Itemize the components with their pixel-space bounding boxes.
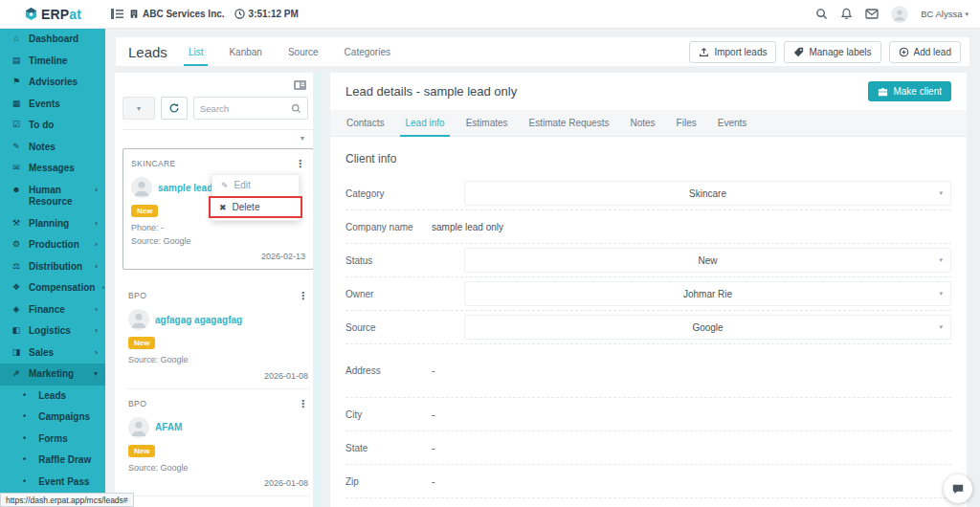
field-label: Company name bbox=[345, 222, 430, 232]
field-row-country: Country bbox=[345, 498, 951, 507]
tab-categories[interactable]: Categories bbox=[345, 37, 390, 66]
dashboard-icon: ⌂ bbox=[11, 33, 22, 44]
sidebar-item-advisories[interactable]: ⚑Advisories bbox=[0, 72, 105, 94]
user-avatar[interactable] bbox=[891, 6, 908, 23]
sidebar-item-notes[interactable]: ✎Notes bbox=[0, 137, 105, 159]
sidebar-item-human-resource[interactable]: ☻Human Resource› bbox=[0, 180, 105, 213]
context-menu-delete[interactable]: ✖ Delete bbox=[209, 196, 302, 218]
make-client-button[interactable]: Make client bbox=[868, 81, 951, 101]
sidebar-item-logistics[interactable]: ◧Logistics› bbox=[0, 320, 105, 342]
sidebar: ⌂Dashboard ▤Timeline ⚑Advisories ▦Events… bbox=[0, 29, 105, 507]
sidebar-item-campaigns[interactable]: Campaigns bbox=[0, 407, 105, 429]
field-label: Category bbox=[345, 188, 430, 199]
state-value[interactable]: - bbox=[430, 443, 434, 453]
lead-date: 2026-01-08 bbox=[128, 371, 308, 381]
events-icon: ▦ bbox=[11, 99, 22, 109]
lead-card-sample-lead-only[interactable]: SKINCARE ⋮ sample lead only New Phone: -… bbox=[122, 148, 314, 270]
planning-icon: ⚒ bbox=[11, 218, 22, 229]
lead-card-afam[interactable]: BPO ⋮ AFAM New Source: Google 2026-01-08 bbox=[126, 389, 310, 497]
tab-lead-info[interactable]: Lead info bbox=[394, 110, 455, 136]
company-name-value[interactable]: sample lead only bbox=[430, 222, 503, 232]
tab-files[interactable]: Files bbox=[666, 110, 707, 136]
details-title: Lead details - sample lead only bbox=[345, 84, 517, 99]
zip-value[interactable]: - bbox=[430, 476, 434, 487]
context-menu: ✎ Edit ✖ Delete bbox=[212, 174, 300, 221]
status-badge: New bbox=[128, 337, 155, 349]
sidebar-item-compensation[interactable]: ❖Compensation› bbox=[0, 277, 105, 299]
app-logo[interactable]: ERPat bbox=[0, 7, 105, 22]
manage-labels-button[interactable]: Manage labels bbox=[784, 41, 880, 63]
field-row-company-name: Company name sample lead only bbox=[345, 210, 951, 244]
marketing-submenu: Leads Campaigns Forms Raffle Draw Event … bbox=[0, 386, 105, 494]
chevron-right-icon: › bbox=[95, 261, 98, 272]
sidebar-item-marketing[interactable]: ⇗Marketing▾ bbox=[0, 364, 105, 386]
sidebar-item-todo[interactable]: ☑To do bbox=[0, 115, 105, 137]
lead-card-test-1[interactable]: ⋮ Test 1 bbox=[126, 496, 310, 507]
city-value[interactable]: - bbox=[430, 409, 434, 420]
sidebar-item-planning[interactable]: ⚒Planning› bbox=[0, 213, 105, 235]
source-select[interactable]: Google▾ bbox=[464, 315, 951, 340]
lead-name-link[interactable]: agfagag agagagfag bbox=[155, 315, 242, 325]
search-input[interactable] bbox=[200, 103, 291, 114]
tab-contacts[interactable]: Contacts bbox=[336, 110, 394, 136]
bell-icon[interactable] bbox=[840, 8, 853, 20]
search-icon[interactable] bbox=[815, 8, 828, 20]
sidebar-item-dashboard[interactable]: ⌂Dashboard bbox=[0, 29, 105, 51]
mail-icon[interactable] bbox=[865, 9, 879, 19]
tab-events[interactable]: Events bbox=[707, 110, 758, 136]
view-toggle-icon[interactable] bbox=[294, 80, 306, 90]
sidebar-item-events[interactable]: ▦Events bbox=[0, 94, 105, 116]
tab-notes[interactable]: Notes bbox=[619, 110, 665, 136]
clock-icon bbox=[234, 9, 245, 19]
category-select[interactable]: Skincare▾ bbox=[464, 181, 951, 206]
kebab-menu-icon[interactable]: ⋮ bbox=[298, 291, 308, 301]
sidebar-item-raffle-draw[interactable]: Raffle Draw bbox=[0, 450, 105, 472]
sidebar-toggle-icon[interactable] bbox=[111, 9, 123, 19]
lead-card-agfagag[interactable]: BPO ⋮ agfagag agagagfag New Source: Goog… bbox=[126, 281, 310, 389]
chevron-right-icon: › bbox=[95, 325, 98, 336]
tab-list[interactable]: List bbox=[189, 37, 204, 66]
lead-name-link[interactable]: AFAM bbox=[155, 422, 182, 432]
chat-button[interactable] bbox=[944, 474, 972, 503]
field-row-status: Status New▾ bbox=[345, 244, 951, 277]
logistics-icon: ◧ bbox=[11, 325, 22, 336]
import-leads-button[interactable]: Import leads bbox=[689, 41, 776, 63]
tab-estimate-requests[interactable]: Estimate Requests bbox=[519, 110, 620, 136]
list-scrollbar[interactable] bbox=[313, 73, 322, 507]
timeline-icon: ▤ bbox=[11, 55, 22, 66]
sidebar-item-production[interactable]: ⚙Production› bbox=[0, 234, 105, 256]
field-row-category: Category Skincare▾ bbox=[345, 177, 951, 210]
sidebar-item-distribution[interactable]: ⚖Distribution› bbox=[0, 256, 105, 278]
sidebar-item-event-pass[interactable]: Event Pass bbox=[0, 472, 105, 494]
context-menu-edit[interactable]: ✎ Edit bbox=[212, 175, 299, 195]
tab-source[interactable]: Source bbox=[288, 37, 319, 66]
status-bar-url: https://dash.erpat.app/mcs/leads# bbox=[0, 493, 134, 507]
lead-phone: Phone: - bbox=[131, 222, 305, 235]
avatar bbox=[128, 417, 149, 438]
tab-kanban[interactable]: Kanban bbox=[229, 37, 261, 66]
page-size-select[interactable]: ▾ bbox=[122, 97, 155, 120]
chevron-down-icon: ▾ bbox=[939, 256, 943, 264]
lead-date: 2026-02-13 bbox=[131, 252, 305, 261]
todo-icon: ☑ bbox=[11, 120, 22, 130]
tab-estimates[interactable]: Estimates bbox=[456, 110, 519, 136]
user-menu[interactable]: BC Alyssa▾ bbox=[921, 9, 969, 19]
sidebar-item-leads[interactable]: Leads bbox=[0, 386, 105, 408]
owner-select[interactable]: Johmar Rie▾ bbox=[464, 281, 951, 306]
refresh-button[interactable] bbox=[161, 97, 188, 120]
kebab-menu-icon[interactable]: ⋮ bbox=[298, 399, 308, 409]
sidebar-item-messages[interactable]: ✉Messages bbox=[0, 158, 105, 180]
add-lead-button[interactable]: Add lead bbox=[889, 41, 961, 63]
sidebar-item-timeline[interactable]: ▤Timeline bbox=[0, 51, 105, 73]
sidebar-item-finance[interactable]: ◈Finance› bbox=[0, 299, 105, 321]
collapse-caret-icon[interactable]: ▾ bbox=[301, 134, 304, 143]
sidebar-item-sales[interactable]: ◨Sales› bbox=[0, 342, 105, 364]
chevron-right-icon: › bbox=[95, 185, 98, 195]
sidebar-item-forms[interactable]: Forms bbox=[0, 429, 105, 451]
kebab-menu-icon[interactable]: ⋮ bbox=[295, 159, 305, 169]
field-label: City bbox=[345, 409, 430, 420]
field-label: State bbox=[345, 443, 430, 453]
address-value[interactable]: - bbox=[430, 365, 434, 376]
status-select[interactable]: New▾ bbox=[464, 248, 951, 273]
page-title: Leads bbox=[116, 44, 189, 60]
